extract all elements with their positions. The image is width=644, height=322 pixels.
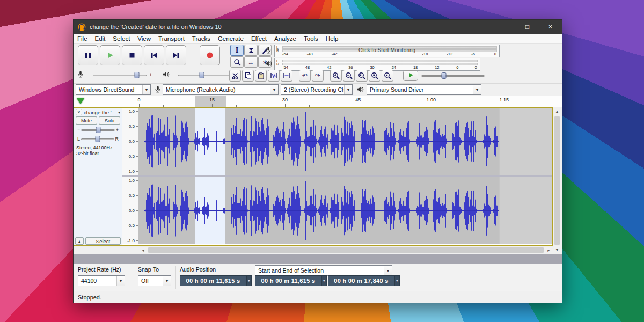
vertical-ruler[interactable]: 1.00.50.0-0.5-1.0: [122, 108, 138, 175]
selection-start-field[interactable]: 00 h 00 m 11,615 s ▾: [255, 275, 321, 286]
menu-effect[interactable]: Effect: [247, 34, 270, 44]
play-at-speed-button[interactable]: [403, 70, 418, 81]
meter-overlay-text: Click to Start Monitoring: [275, 47, 499, 53]
timeline-tick: [188, 105, 188, 107]
menu-generate[interactable]: Generate: [214, 34, 247, 44]
audio-position-field[interactable]: 00 h 00 m 11,615 s ▾: [180, 275, 246, 286]
scroll-right-icon[interactable]: ►: [545, 246, 553, 254]
project-rate-value: 44100: [81, 277, 97, 284]
record-volume-slider[interactable]: [93, 71, 147, 79]
skip-to-end-button[interactable]: [166, 45, 186, 65]
maximize-button[interactable]: □: [516, 20, 539, 34]
collapse-track-button[interactable]: ▴: [75, 237, 84, 245]
zoom-out-button[interactable]: [343, 70, 355, 82]
record-button[interactable]: [200, 45, 220, 65]
track-body: 1.00.50.0-0.5-1.0 1.00.50.0-0.5-1.0: [122, 108, 552, 245]
playback-device-value: Primary Sound Driver: [370, 86, 423, 93]
scroll-down-icon[interactable]: ▼: [553, 246, 561, 254]
right-channel-waveform[interactable]: [138, 177, 552, 244]
mute-button[interactable]: Mute: [76, 116, 97, 125]
timeline-tick: [553, 105, 553, 107]
fit-selection-button[interactable]: [356, 70, 368, 82]
redo-button[interactable]: ↷: [312, 70, 324, 82]
chevron-down-icon[interactable]: ▾: [394, 275, 400, 286]
vertical-ruler[interactable]: 1.00.50.0-0.5-1.0: [122, 177, 138, 244]
scroll-left-icon[interactable]: ◄: [139, 246, 147, 254]
envelope-tool[interactable]: [244, 45, 258, 56]
chevron-down-icon: ▾: [270, 85, 278, 94]
slider-thumb[interactable]: [96, 127, 100, 133]
paste-button[interactable]: [255, 70, 267, 82]
copy-button[interactable]: [242, 70, 254, 82]
playback-device-combo[interactable]: Primary Sound Driver▾: [367, 84, 481, 95]
menu-edit[interactable]: Edit: [91, 34, 109, 44]
slider-thumb[interactable]: [199, 72, 204, 78]
silence-selection-button[interactable]: [281, 70, 292, 82]
vertical-scroll-thumb[interactable]: [554, 116, 560, 245]
selection-mode-combo[interactable]: Start and End of Selection▾: [255, 265, 392, 276]
audio-position-label: Audio Position: [180, 266, 216, 273]
undo-button[interactable]: ↶: [299, 70, 311, 82]
track-close-button[interactable]: ×: [76, 109, 82, 115]
zoom-toggle-button[interactable]: [382, 70, 393, 82]
track-select-button[interactable]: Select: [85, 237, 121, 245]
timeline-ruler[interactable]: 01530451:001:15: [74, 96, 562, 107]
play-button[interactable]: [100, 45, 120, 65]
scroll-up-icon[interactable]: ▲: [553, 107, 561, 115]
minimize-button[interactable]: –: [493, 20, 516, 34]
cut-button[interactable]: [229, 70, 241, 82]
recording-channels-combo[interactable]: 2 (Stereo) Recording Chai▾: [281, 84, 353, 95]
horizontal-scrollbar[interactable]: ◄ ►: [139, 246, 553, 254]
status-text: Stopped.: [78, 294, 101, 301]
stop-button[interactable]: [122, 45, 142, 65]
timeline-label: 30: [282, 97, 288, 103]
play-speed-slider[interactable]: [421, 72, 485, 79]
audio-host-combo[interactable]: Windows DirectSound▾: [76, 84, 151, 95]
chevron-down-icon[interactable]: ▾: [321, 275, 327, 286]
pause-button[interactable]: [78, 45, 98, 65]
meter-scale-number: -42: [325, 65, 331, 70]
playback-meter[interactable]: LR-54-48-42-36-30-24-18-12-60: [274, 58, 480, 71]
track-name[interactable]: change the ': [84, 109, 116, 115]
selection-tool[interactable]: I: [230, 45, 244, 56]
vertical-scrollbar[interactable]: ▲ ▼: [553, 107, 561, 254]
vertical-ruler-number: 0.5: [129, 193, 135, 198]
menu-analyze[interactable]: Analyze: [270, 34, 300, 44]
menu-file[interactable]: File: [74, 34, 91, 44]
project-rate-combo[interactable]: 44100▾: [78, 275, 125, 286]
recording-meter[interactable]: LR-54-48-42-18-12-60Click to Start Monit…: [274, 45, 500, 57]
solo-button[interactable]: Solo: [99, 116, 120, 125]
timeline-tick: [139, 104, 140, 107]
pinned-playhead-icon[interactable]: [77, 98, 84, 104]
close-button[interactable]: ×: [539, 20, 562, 34]
zoom-in-button[interactable]: [330, 70, 342, 82]
slider-thumb[interactable]: [95, 136, 100, 142]
horizontal-scroll-thumb[interactable]: [148, 247, 544, 253]
skip-to-start-button[interactable]: [144, 45, 164, 65]
menu-view[interactable]: View: [134, 34, 155, 44]
selection-end-field[interactable]: 00 h 00 m 17,840 s ▾: [328, 275, 394, 286]
gain-slider[interactable]: [81, 126, 114, 134]
timeline-scale[interactable]: 01530451:001:15: [139, 96, 553, 107]
zoom-tool[interactable]: [230, 56, 244, 68]
fit-project-button[interactable]: [369, 70, 380, 82]
slider-thumb[interactable]: [442, 72, 447, 79]
recording-device-combo[interactable]: Microphone (Realtek Audio)▾: [163, 84, 279, 95]
playback-volume-slider[interactable]: [178, 71, 230, 79]
snap-to-combo[interactable]: Off▾: [138, 275, 171, 286]
menu-select[interactable]: Select: [109, 34, 134, 44]
slider-thumb[interactable]: [134, 72, 139, 78]
timeline-tick: [334, 105, 334, 107]
menu-tools[interactable]: Tools: [300, 34, 322, 44]
trim-outside-selection-button[interactable]: [268, 70, 280, 82]
menu-tracks[interactable]: Tracks: [188, 34, 214, 44]
track-menu-caret-icon[interactable]: ▾: [118, 110, 120, 115]
time-shift-tool[interactable]: ↔: [244, 56, 258, 68]
pan-right-label: R: [115, 136, 119, 142]
titlebar[interactable]: change the 'Created' date for a file on …: [74, 20, 562, 34]
left-channel-waveform[interactable]: [138, 108, 552, 175]
menu-transport[interactable]: Transport: [155, 34, 188, 44]
menu-help[interactable]: Help: [322, 34, 342, 44]
pan-slider[interactable]: [81, 135, 114, 143]
right-channel: 1.00.50.0-0.5-1.0: [122, 177, 552, 244]
